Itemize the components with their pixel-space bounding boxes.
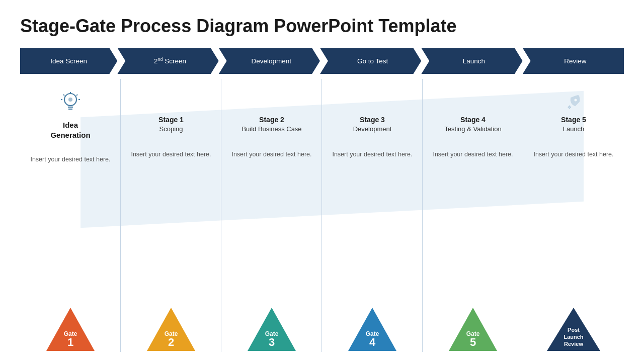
svg-point-25 xyxy=(575,99,577,102)
nav-item-dev[interactable]: Development xyxy=(219,48,320,74)
stage5-desc: Insert your desired text here. xyxy=(531,150,615,159)
nav-bar: Idea Screen 2nd Screen Development Go to… xyxy=(20,48,624,74)
idea-desc: Insert your desired text here. xyxy=(28,155,112,164)
gate1-wrap: Gate 1 xyxy=(45,307,96,352)
stage3-title: Stage 3 xyxy=(360,115,385,124)
svg-line-4 xyxy=(63,95,64,96)
col-stage1: Stage 1 Scoping Insert your desired text… xyxy=(121,74,221,352)
stage4-subtitle: Testing & Validation xyxy=(444,125,501,134)
svg-text:2: 2 xyxy=(168,336,174,348)
svg-text:Launch: Launch xyxy=(564,334,583,340)
gate4-wrap: Gate 4 xyxy=(347,307,397,352)
stage1-subtitle: Scoping xyxy=(159,125,183,134)
stage2-subtitle: Build Business Case xyxy=(242,125,301,134)
stage1-title: Stage 1 xyxy=(158,115,184,124)
main-content: IdeaGeneration Insert your desired text … xyxy=(20,74,624,352)
svg-text:Review: Review xyxy=(564,341,583,347)
col-stage5: Stage 5 Launch Insert your desired text … xyxy=(523,74,624,352)
nav-item-test[interactable]: Go to Test xyxy=(320,48,421,74)
nav-item-review[interactable]: Review xyxy=(523,48,624,74)
stage3-desc: Insert your desired text here. xyxy=(330,150,414,159)
nav-label-test: Go to Test xyxy=(357,57,388,65)
svg-text:4: 4 xyxy=(369,336,376,348)
post-launch-wrap: Post Launch Review xyxy=(546,307,601,352)
bulb-icon xyxy=(57,89,84,117)
stage2-title: Stage 2 xyxy=(259,115,284,124)
stage5-title: Stage 5 xyxy=(561,115,586,124)
col-stage3: Stage 3 Development Insert your desired … xyxy=(322,74,423,352)
svg-text:3: 3 xyxy=(269,336,275,348)
col-stage4: Stage 4 Testing & Validation Insert your… xyxy=(423,74,523,352)
col-stage2: Stage 2 Build Business Case Insert your … xyxy=(221,74,322,352)
gate2-wrap: Gate 2 xyxy=(146,307,196,352)
gate3-wrap: Gate 3 xyxy=(247,307,297,352)
idea-title: IdeaGeneration xyxy=(50,120,90,140)
stage1-desc: Insert your desired text here. xyxy=(129,150,213,159)
rocket-icon xyxy=(564,93,583,112)
stage5-subtitle: Launch xyxy=(563,125,585,134)
svg-text:1: 1 xyxy=(67,336,73,348)
nav-label-dev: Development xyxy=(252,57,292,65)
nav-label-review: Review xyxy=(564,57,586,65)
stage2-desc: Insert your desired text here. xyxy=(229,150,313,159)
page-title: Stage-Gate Process Diagram PowerPoint Te… xyxy=(20,15,624,37)
svg-line-5 xyxy=(76,95,77,96)
nav-item-idea[interactable]: Idea Screen xyxy=(20,48,117,74)
columns: IdeaGeneration Insert your desired text … xyxy=(20,74,624,352)
nav-label-launch: Launch xyxy=(463,57,485,65)
svg-point-8 xyxy=(68,98,72,102)
stage4-title: Stage 4 xyxy=(460,115,486,124)
nav-item-launch[interactable]: Launch xyxy=(421,48,522,74)
stage3-subtitle: Development xyxy=(353,125,392,134)
svg-text:Post: Post xyxy=(568,327,580,333)
nav-label-second: 2nd Screen xyxy=(154,57,186,65)
col-idea: IdeaGeneration Insert your desired text … xyxy=(20,74,121,352)
nav-item-second[interactable]: 2nd Screen xyxy=(117,48,218,74)
stage4-desc: Insert your desired text here. xyxy=(431,150,515,159)
page: Stage-Gate Process Diagram PowerPoint Te… xyxy=(0,0,644,362)
svg-text:5: 5 xyxy=(470,336,476,348)
gate5-wrap: Gate 5 xyxy=(448,307,498,352)
nav-label-idea: Idea Screen xyxy=(50,57,87,65)
